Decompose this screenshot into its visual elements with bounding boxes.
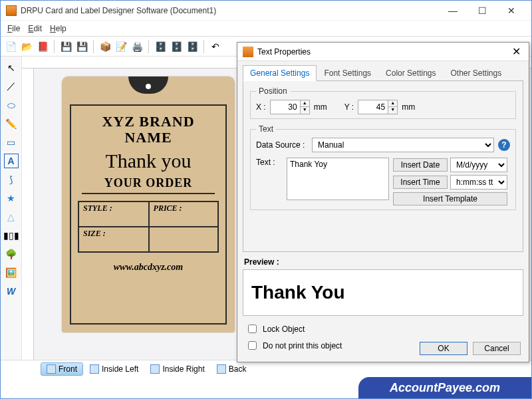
time-format-select[interactable]: h:mm:ss tt: [450, 175, 507, 190]
pointer-icon[interactable]: ↖: [4, 61, 19, 75]
pencil-icon[interactable]: ✏️: [4, 116, 19, 131]
text-input[interactable]: Thank Yoy: [287, 158, 389, 200]
undo-icon[interactable]: ↶: [208, 39, 223, 54]
arc-icon[interactable]: ⟆: [4, 172, 19, 187]
preview-label: Preview :: [244, 257, 522, 267]
tab-back[interactable]: Back: [211, 363, 252, 375]
line-icon[interactable]: ／: [4, 79, 19, 94]
ruler-vertical: [22, 68, 34, 360]
menu-help[interactable]: Help: [50, 24, 66, 33]
window-title: DRPU Card and Label Designer Software (D…: [21, 6, 438, 15]
vendor-brand: AccountPayee.com: [358, 377, 531, 398]
tab-other-settings[interactable]: Other Settings: [443, 65, 509, 81]
order-text[interactable]: YOUR ORDER: [82, 176, 215, 194]
db-edit-icon[interactable]: 🗄️: [185, 39, 200, 54]
db-icon[interactable]: 🗄️: [153, 39, 168, 54]
image2-icon[interactable]: 🖼️: [4, 265, 19, 280]
box-icon: [243, 47, 253, 57]
new-icon[interactable]: 📄: [3, 39, 18, 54]
info-table[interactable]: STYLE :PRICE : SIZE :: [78, 201, 219, 253]
wordart-icon[interactable]: W: [4, 284, 19, 299]
save-as-icon[interactable]: 💾: [74, 39, 89, 54]
help-icon[interactable]: ?: [498, 139, 510, 151]
dialog-titlebar: Text Properties ✕: [237, 43, 529, 61]
thankyou-text[interactable]: Thank you: [78, 150, 219, 172]
dialog-close-button[interactable]: ✕: [509, 45, 523, 58]
text-label: Text :: [256, 158, 283, 167]
tab-general-settings[interactable]: General Settings: [243, 65, 317, 81]
tools-sidebar: ↖ ／ ⬭ ✏️ ▭ A ⟆ ★ △ ▮▯▮ 🌳 🖼️ W: [1, 57, 22, 360]
insert-date-button[interactable]: Insert Date: [393, 158, 448, 172]
minimize-button[interactable]: —: [438, 1, 467, 20]
ok-button[interactable]: OK: [420, 342, 467, 355]
menu-edit[interactable]: Edit: [28, 24, 42, 33]
dialog-tabs: General Settings Font Settings Color Set…: [237, 61, 529, 81]
label-canvas[interactable]: XYZ BRAND NAME Thank you YOUR ORDER STYL…: [62, 76, 235, 332]
close-button[interactable]: ✕: [497, 1, 526, 20]
db-add-icon[interactable]: 🗄️: [169, 39, 184, 54]
footer: AccountPayee.com: [1, 377, 531, 398]
x-input[interactable]: [270, 100, 301, 114]
maximize-button[interactable]: ☐: [467, 1, 497, 20]
datasource-label: Data Source :: [256, 140, 308, 150]
position-group: Position X : ▲▼ mm Y : ▲▼ mm: [250, 86, 516, 119]
text-icon[interactable]: A: [4, 154, 19, 168]
close-doc-icon[interactable]: 📕: [35, 39, 50, 54]
menubar: File Edit Help: [1, 21, 531, 37]
barcode-icon[interactable]: ▮▯▮: [4, 228, 19, 243]
tag-hole: [144, 82, 153, 91]
text-properties-dialog: Text Properties ✕ General Settings Font …: [237, 42, 529, 362]
url-text[interactable]: www.abcdxyz.com: [78, 262, 219, 273]
tab-color-settings[interactable]: Color Settings: [378, 65, 443, 81]
save-icon[interactable]: 💾: [59, 39, 73, 54]
tab-inside-left[interactable]: Inside Left: [84, 363, 144, 375]
triangle-icon[interactable]: △: [4, 209, 19, 224]
tab-body: Position X : ▲▼ mm Y : ▲▼ mm: [243, 80, 523, 252]
tab-font-settings[interactable]: Font Settings: [317, 65, 378, 81]
wizard-icon[interactable]: 📦: [98, 39, 112, 54]
tab-front[interactable]: Front: [41, 362, 83, 376]
open-icon[interactable]: 📂: [19, 39, 34, 54]
insert-template-button[interactable]: Insert Template: [393, 192, 507, 205]
dialog-title: Text Properties: [257, 47, 509, 57]
y-label: Y :: [344, 102, 354, 112]
box-icon: [6, 5, 17, 16]
star-icon[interactable]: ★: [4, 191, 19, 205]
menu-file[interactable]: File: [7, 24, 20, 33]
image-icon[interactable]: 🌳: [4, 247, 19, 261]
titlebar: DRPU Card and Label Designer Software (D…: [1, 1, 531, 21]
insert-time-button[interactable]: Insert Time: [393, 176, 448, 189]
date-format-select[interactable]: M/d/yyyy: [450, 158, 507, 172]
print-icon[interactable]: 🖨️: [130, 39, 144, 54]
x-label: X :: [256, 102, 266, 112]
brand-text[interactable]: XYZ BRAND NAME: [78, 114, 219, 146]
rect-icon[interactable]: ▭: [4, 135, 19, 150]
y-spinner[interactable]: ▲▼: [388, 100, 398, 114]
cancel-button[interactable]: Cancel: [473, 342, 521, 355]
app-window: DRPU Card and Label Designer Software (D…: [0, 0, 532, 399]
preview-box: Thank You: [243, 269, 523, 316]
text-group: Text Data Source : Manual ? Text : Thank…: [250, 124, 516, 210]
datasource-select[interactable]: Manual: [312, 138, 494, 152]
tab-inside-right[interactable]: Inside Right: [145, 363, 209, 375]
y-input[interactable]: [358, 100, 388, 114]
ellipse-icon[interactable]: ⬭: [4, 98, 19, 112]
edit-icon[interactable]: 📝: [114, 39, 128, 54]
lock-object-checkbox[interactable]: Lock Object: [245, 323, 521, 335]
x-spinner[interactable]: ▲▼: [301, 100, 310, 114]
